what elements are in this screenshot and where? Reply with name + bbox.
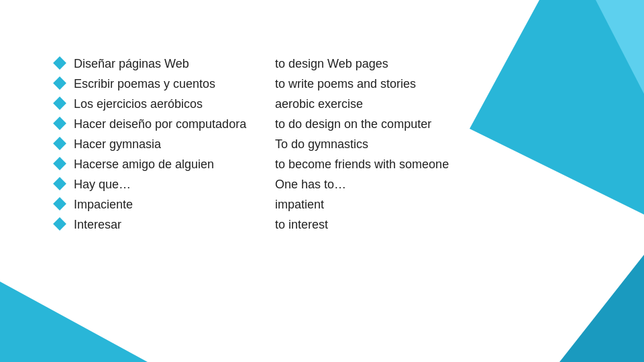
table-row: Diseñar páginas Web to design Web pages	[54, 54, 604, 74]
table-row: Hacerse amigo de alguien to become frien…	[54, 154, 604, 174]
bg-decoration-bottom-right	[523, 255, 644, 362]
table-row: Hacer deiseño por computadora to do desi…	[54, 114, 604, 134]
table-row: Escribir poemas y cuentos to write poems…	[54, 74, 604, 94]
spanish-term: Hay que…	[74, 174, 275, 194]
bullet-icon	[54, 215, 74, 235]
spanish-term: Hacer deiseño por computadora	[74, 114, 275, 134]
spanish-term: Hacerse amigo de alguien	[74, 154, 275, 174]
english-translation: to do design on the computer	[275, 114, 604, 134]
spanish-term: Escribir poemas y cuentos	[74, 74, 275, 94]
english-translation: aerobic exercise	[275, 94, 604, 114]
english-translation: One has to…	[275, 174, 604, 194]
english-translation: to become friends with someone	[275, 154, 604, 174]
bullet-icon	[54, 94, 74, 114]
spanish-term: Hacer gymnasia	[74, 134, 275, 154]
main-content: Diseñar páginas Web to design Web pages …	[0, 0, 644, 261]
bullet-icon	[54, 154, 74, 174]
table-row: Hacer gymnasia To do gymnastics	[54, 134, 604, 154]
table-row: Hay que… One has to…	[54, 174, 604, 194]
bullet-icon	[54, 114, 74, 134]
english-translation: impatient	[275, 194, 604, 215]
bullet-icon	[54, 74, 74, 94]
table-row: Impaciente impatient	[54, 194, 604, 215]
english-translation: to design Web pages	[275, 54, 604, 74]
english-translation: to write poems and stories	[275, 74, 604, 94]
spanish-term: Los ejercicios aeróbicos	[74, 94, 275, 114]
bullet-icon	[54, 54, 74, 74]
table-row: Los ejercicios aeróbicos aerobic exercis…	[54, 94, 604, 114]
english-translation: to interest	[275, 215, 604, 235]
spanish-term: Diseñar páginas Web	[74, 54, 275, 74]
english-translation: To do gymnastics	[275, 134, 604, 154]
bullet-icon	[54, 174, 74, 194]
table-row: Interesar to interest	[54, 215, 604, 235]
spanish-term: Interesar	[74, 215, 275, 235]
bullet-icon	[54, 194, 74, 215]
vocab-table: Diseñar páginas Web to design Web pages …	[54, 54, 604, 235]
spanish-term: Impaciente	[74, 194, 275, 215]
bullet-icon	[54, 134, 74, 154]
